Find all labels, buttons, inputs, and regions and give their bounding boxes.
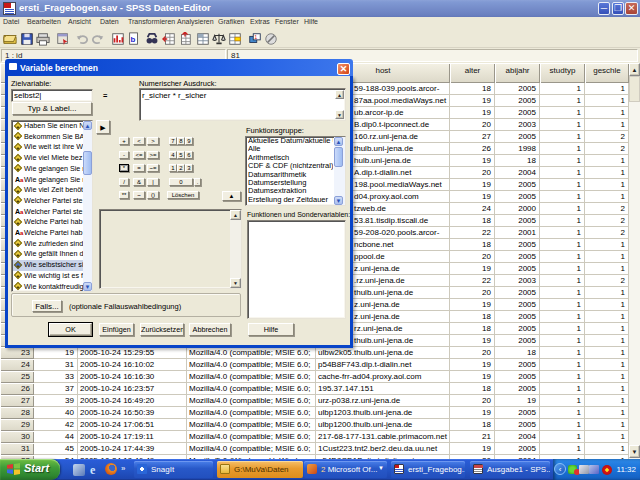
svg-text:1: 1	[254, 34, 257, 40]
svg-text:b: b	[131, 35, 136, 44]
